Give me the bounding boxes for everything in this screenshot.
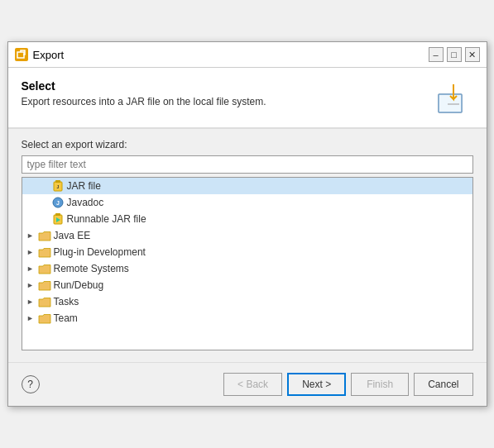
tree-item-jar[interactable]: J JAR file [22, 178, 472, 194]
window-title: Export [33, 49, 424, 61]
tasks-chevron: ► [26, 297, 36, 307]
tree-item-javadoc[interactable]: J Javadoc [22, 194, 472, 211]
cancel-button[interactable]: Cancel [414, 373, 472, 396]
dialog-title: Select [22, 79, 266, 93]
plugin-dev-folder-icon [38, 245, 51, 259]
svg-rect-5 [55, 180, 60, 183]
filter-input[interactable] [22, 155, 473, 174]
window-controls: – □ ✕ [429, 47, 480, 62]
close-button[interactable]: ✕ [465, 47, 480, 62]
export-icon [434, 79, 473, 119]
remote-systems-chevron: ► [26, 264, 36, 274]
svg-text:J: J [56, 184, 59, 189]
tasks-label: Tasks [54, 296, 79, 307]
window-icon [15, 48, 28, 61]
header-text: Select Export resources into a JAR file … [22, 79, 266, 107]
tree-item-java-ee[interactable]: ► Java EE [22, 227, 472, 244]
tree-item-run-debug[interactable]: ► Run/Debug [22, 277, 472, 293]
spacer [39, 198, 49, 207]
run-debug-folder-icon [38, 279, 51, 292]
run-debug-chevron: ► [26, 280, 36, 290]
svg-rect-0 [17, 52, 24, 58]
run-debug-label: Run/Debug [54, 279, 104, 291]
plugin-dev-chevron: ► [26, 247, 36, 257]
java-ee-folder-icon [38, 229, 51, 242]
header-area: Select Export resources into a JAR file … [8, 68, 487, 128]
team-chevron: ► [26, 313, 36, 323]
java-ee-chevron: ► [26, 231, 36, 241]
maximize-button[interactable]: □ [447, 47, 462, 62]
team-label: Team [54, 312, 78, 324]
svg-rect-10 [55, 213, 60, 216]
spacer [39, 214, 49, 224]
runnable-jar-label: Runnable JAR file [67, 213, 146, 225]
finish-button[interactable]: Finish [351, 373, 409, 396]
back-button[interactable]: < Back [223, 373, 282, 396]
team-folder-icon [38, 312, 51, 325]
tree-item-plugin-dev[interactable]: ► Plug-in Development [22, 244, 472, 260]
minimize-button[interactable]: – [429, 47, 444, 62]
javadoc-label: Javadoc [67, 197, 104, 208]
jar-icon: J [51, 179, 65, 193]
button-row: ? < Back Next > Finish Cancel [8, 362, 487, 406]
spacer [39, 181, 49, 191]
java-ee-label: Java EE [54, 230, 91, 241]
next-button[interactable]: Next > [287, 373, 346, 396]
tree-item-team[interactable]: ► Team [22, 310, 472, 326]
tree-list[interactable]: J JAR file J Javadoc [22, 177, 473, 350]
tree-item-runnable-jar[interactable]: Runnable JAR file [22, 211, 472, 227]
help-button[interactable]: ? [22, 375, 40, 393]
main-area: Select an export wizard: J JAR file [8, 129, 487, 362]
svg-text:J: J [56, 200, 60, 206]
plugin-dev-label: Plug-in Development [54, 246, 146, 258]
dialog-description: Export resources into a JAR file on the … [22, 96, 266, 107]
tree-item-remote-systems[interactable]: ► Remote Systems [22, 260, 472, 277]
remote-systems-folder-icon [38, 262, 51, 275]
tasks-folder-icon [38, 295, 51, 308]
filter-label: Select an export wizard: [22, 139, 473, 150]
javadoc-icon: J [51, 196, 65, 209]
runnable-jar-icon [51, 212, 65, 226]
export-dialog: Export – □ ✕ Select Export resources int… [7, 41, 487, 407]
titlebar: Export – □ ✕ [8, 42, 487, 68]
tree-item-tasks[interactable]: ► Tasks [22, 293, 472, 310]
jar-label: JAR file [67, 180, 101, 192]
remote-systems-label: Remote Systems [54, 263, 129, 274]
